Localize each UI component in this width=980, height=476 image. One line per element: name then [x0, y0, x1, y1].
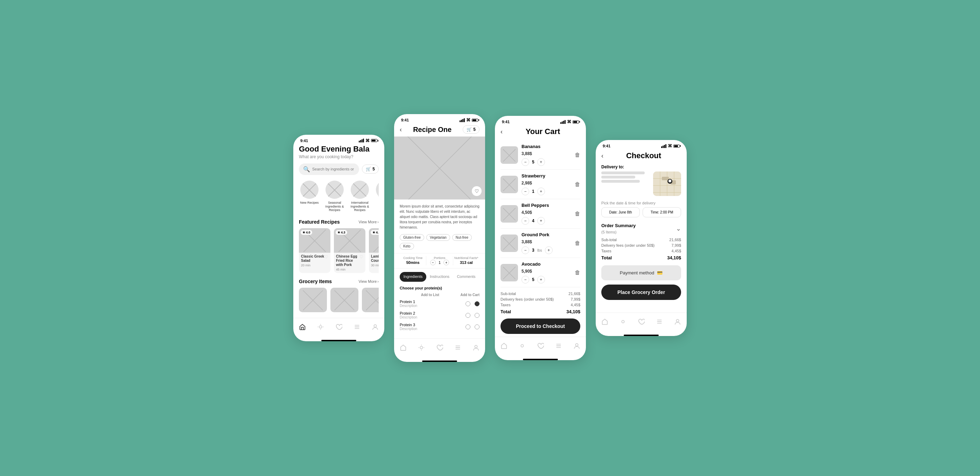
- protein-2-cart-radio[interactable]: [475, 325, 479, 330]
- protein-row-2: Protein 3 Description: [400, 323, 479, 331]
- cart-item-3: Ground Pork 3,88$ − 3 lbs + 🗑: [501, 229, 580, 258]
- qty-plus-2[interactable]: +: [537, 217, 545, 225]
- nav4-explore[interactable]: [618, 317, 628, 327]
- nav-home[interactable]: [297, 322, 308, 332]
- nav-list[interactable]: [352, 322, 362, 332]
- nav2-favorites[interactable]: [434, 342, 445, 353]
- qty-minus-2[interactable]: −: [522, 217, 529, 225]
- recipe-card-2[interactable]: ★ 4.1 Lamb Couscous 30 min ♡: [369, 228, 379, 273]
- nav4-home[interactable]: [600, 317, 610, 327]
- summary-chevron-icon[interactable]: ⌄: [676, 225, 681, 232]
- payment-method-button[interactable]: Payment method 💳: [601, 265, 681, 280]
- time-3: 9:41: [502, 120, 510, 124]
- checkout-screen-phone: 9:41 ⌘ ‹ Checkout Delivery to:: [596, 140, 687, 336]
- qty-plus-0[interactable]: +: [537, 158, 545, 166]
- delete-btn-2[interactable]: 🗑: [575, 211, 580, 217]
- nav4-favorites[interactable]: [636, 317, 646, 327]
- hero-heart-button[interactable]: ♡: [472, 186, 482, 196]
- cart-summary: Sub-total 21,66$ Delivery fees (order un…: [501, 287, 580, 318]
- protein-2-list-radio[interactable]: [466, 325, 470, 330]
- delete-btn-3[interactable]: 🗑: [575, 240, 580, 247]
- protein-row-0: Protein 1 Description: [400, 299, 479, 308]
- checkout-subtotal: Sub-total 21,66$: [601, 238, 681, 242]
- nav3-list[interactable]: [554, 341, 564, 351]
- svg-point-0: [319, 326, 321, 328]
- protein-1-cart-radio[interactable]: [475, 313, 479, 318]
- protein-2-actions: [466, 325, 479, 330]
- nav3-profile[interactable]: [571, 341, 582, 351]
- svg-point-25: [668, 180, 671, 182]
- portions-control: − 1 +: [426, 260, 453, 265]
- featured-view-more[interactable]: View More ›: [359, 220, 379, 224]
- heart-icon-1[interactable]: ♡: [360, 255, 363, 259]
- delete-btn-4[interactable]: 🗑: [575, 269, 580, 276]
- qty-minus-1[interactable]: −: [522, 188, 529, 195]
- portions-minus[interactable]: −: [430, 260, 436, 265]
- nav3-favorites[interactable]: [535, 341, 546, 351]
- time-2: 9:41: [401, 118, 409, 122]
- order-summary-section: Order Summary (5 Items) ⌄ Sub-total 21,6…: [601, 222, 681, 260]
- time-button[interactable]: Time: 2:00 PM: [643, 207, 681, 217]
- grocery-item-2[interactable]: [362, 288, 379, 312]
- map-thumbnail[interactable]: [653, 172, 681, 196]
- grocery-item-0[interactable]: [299, 288, 327, 312]
- qty-minus-4[interactable]: −: [522, 276, 529, 283]
- qty-plus-4[interactable]: +: [537, 276, 545, 283]
- search-input[interactable]: [312, 167, 355, 171]
- status-bar-2: 9:41 ⌘: [394, 114, 485, 124]
- category-international[interactable]: International Ingredients & Recipes: [349, 181, 370, 212]
- nav2-profile[interactable]: [471, 342, 481, 353]
- protein-1-list-radio[interactable]: [466, 313, 470, 318]
- protein-0-cart-radio[interactable]: [475, 301, 479, 306]
- delete-btn-0[interactable]: 🗑: [575, 152, 580, 158]
- svg-point-14: [575, 344, 578, 346]
- datetime-row: Date: June 8th Time: 2:00 PM: [601, 207, 681, 217]
- nav2-home[interactable]: [398, 342, 409, 353]
- delete-btn-1[interactable]: 🗑: [575, 181, 580, 188]
- qty-minus-0[interactable]: −: [522, 158, 529, 166]
- summary-taxes: Taxes 4,45$: [501, 303, 580, 307]
- protein-0-list-radio[interactable]: [466, 301, 470, 306]
- subtitle-text: What are you cooking today?: [299, 154, 379, 159]
- checkout-header: ‹ Checkout: [601, 150, 681, 164]
- date-button[interactable]: Date: June 8th: [601, 207, 640, 217]
- nav-explore[interactable]: [315, 322, 326, 332]
- back-button-3[interactable]: ‹: [501, 128, 503, 135]
- tab-instructions[interactable]: Instructions: [426, 272, 453, 282]
- detail-tabs: Ingredients Instructions Comments: [394, 269, 485, 282]
- recipe-time-0: 20 min: [301, 264, 325, 267]
- nav-profile[interactable]: [370, 322, 380, 332]
- qty-plus-3[interactable]: +: [545, 247, 553, 254]
- nav3-explore[interactable]: [517, 341, 527, 351]
- tab-ingredients[interactable]: Ingredients: [400, 272, 426, 282]
- nav2-list[interactable]: [453, 342, 463, 353]
- cart-item-2: Bell Peppers 4,50$ − 4 + 🗑: [501, 199, 580, 229]
- nav2-explore[interactable]: [416, 342, 426, 353]
- tab-comments[interactable]: Comments: [453, 272, 479, 282]
- grocery-view-more[interactable]: View More ›: [359, 279, 379, 283]
- recipe-card-1[interactable]: ★ 4.3 Chinese Egg Fried Rice with Pork 4…: [334, 228, 365, 273]
- portions-plus[interactable]: +: [444, 260, 449, 265]
- category-other[interactable]: Ing...: [374, 181, 379, 212]
- place-order-button[interactable]: Place Grocery Order: [601, 285, 681, 300]
- search-bar[interactable]: 🔍: [299, 164, 359, 175]
- category-label-2: International Ingredients & Recipes: [349, 201, 370, 212]
- svg-point-9: [475, 345, 477, 348]
- nav-favorites[interactable]: [334, 322, 344, 332]
- back-button-2[interactable]: ‹: [400, 126, 402, 133]
- nav3-home[interactable]: [499, 341, 509, 351]
- heart-icon-0[interactable]: ♡: [325, 255, 328, 259]
- grocery-item-1[interactable]: [330, 288, 358, 312]
- recipe-card-0[interactable]: ★ 4.0 Classic Greek Salad 20 min ♡: [299, 228, 330, 273]
- tags-row: Gluten-free Vegetarian Nut-free Keto: [394, 234, 485, 253]
- qty-minus-3[interactable]: −: [522, 247, 529, 254]
- qty-plus-1[interactable]: +: [537, 188, 545, 195]
- category-new-recipes[interactable]: New Recipes: [299, 181, 320, 212]
- cart-badge-home[interactable]: 🛒 5: [362, 164, 379, 174]
- nav4-list[interactable]: [654, 317, 665, 327]
- checkout-button[interactable]: Proceed to Checkout: [501, 318, 580, 334]
- category-seasonal[interactable]: Seasonal Ingredients & Recipes: [324, 181, 345, 212]
- cart-button-2[interactable]: 🛒 5: [463, 125, 479, 134]
- nav4-profile[interactable]: [672, 317, 683, 327]
- back-button-4[interactable]: ‹: [601, 152, 603, 159]
